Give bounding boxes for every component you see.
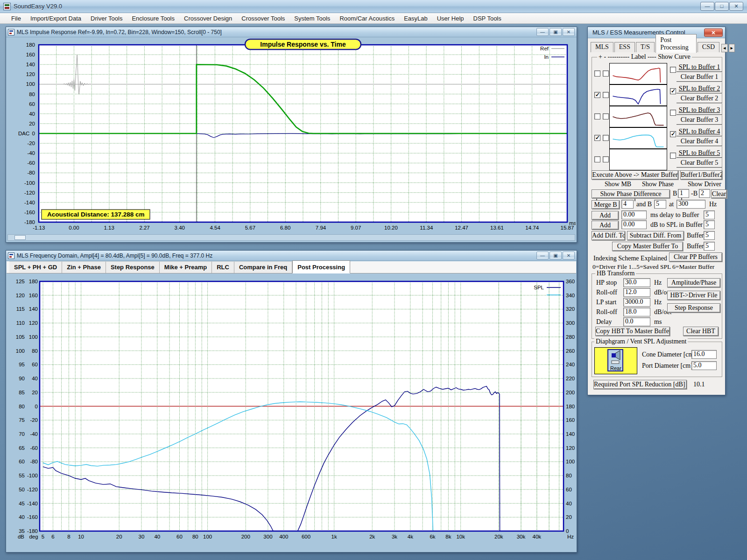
menu-crossover-design[interactable]: Crossover Design bbox=[179, 14, 237, 23]
copy-buffer-input[interactable]: 5 bbox=[704, 242, 715, 251]
panel-close-button[interactable]: ✕ bbox=[704, 28, 723, 37]
tab-scroll-left-icon[interactable]: ◄ bbox=[721, 44, 728, 52]
buffer-5-minus-checkbox[interactable] bbox=[603, 156, 609, 162]
buffer-3-plus-checkbox[interactable] bbox=[594, 113, 600, 119]
buffer1-buffer2-button[interactable]: Buffer1/Buffer2 bbox=[680, 170, 722, 180]
hb-row-5-input[interactable]: 0.0 bbox=[623, 317, 650, 326]
buffer-4-plus-checkbox[interactable] bbox=[594, 135, 600, 141]
buffer-4-minus-checkbox[interactable] bbox=[603, 135, 609, 141]
impulse-close-button[interactable]: ✕ bbox=[563, 28, 575, 36]
impulse-minimize-button[interactable]: — bbox=[536, 28, 549, 36]
hb-row-2-input[interactable]: 12.0 bbox=[623, 288, 650, 297]
freq-minimize-button[interactable]: — bbox=[536, 252, 549, 259]
tab-zin-phase[interactable]: Zin + Phase bbox=[62, 261, 106, 273]
menu-driver-tools[interactable]: Driver Tools bbox=[86, 14, 127, 23]
merge-b2-input[interactable]: 5 bbox=[654, 200, 666, 209]
freq-close-button[interactable]: ✕ bbox=[563, 252, 575, 259]
app-close-button[interactable]: ✕ bbox=[729, 2, 743, 11]
buffer-2-plus-checkbox[interactable] bbox=[594, 92, 600, 98]
buffer-3-show-checkbox[interactable] bbox=[670, 110, 676, 116]
add-delay-button[interactable]: Add bbox=[592, 211, 619, 220]
subtract-diff-from-button[interactable]: Subtract Diff. From bbox=[627, 231, 684, 240]
merge-b1-input[interactable]: 4 bbox=[621, 200, 634, 209]
panel-tab-post-processing[interactable]: Post Processing bbox=[655, 34, 697, 53]
clear-buffer-3-button[interactable]: Clear Buffer 3 bbox=[677, 116, 722, 125]
clear-buffer-5-button[interactable]: Clear Buffer 5 bbox=[677, 159, 722, 168]
menu-system-tools[interactable]: System Tools bbox=[289, 14, 335, 23]
impulse-response-chart[interactable]: 180160140120100806040200-20-40-60-80-100… bbox=[7, 38, 576, 234]
tab-compare-in-freq[interactable]: Compare in Freq bbox=[234, 261, 292, 273]
app-maximize-button[interactable]: □ bbox=[715, 2, 729, 11]
menu-crossover-tools[interactable]: Crossover Tools bbox=[237, 14, 289, 23]
clear-buffer-4-button[interactable]: Clear Buffer 4 bbox=[677, 138, 722, 146]
menu-enclosure-tools[interactable]: Enclosure Tools bbox=[127, 14, 179, 23]
spl-to-buffer-3-button[interactable]: SPL to Buffer 3 bbox=[677, 106, 722, 115]
add-db-buffer-input[interactable]: 5 bbox=[704, 220, 715, 229]
tab-spl-ph-gd[interactable]: SPL + PH + GD bbox=[9, 261, 62, 273]
speaker-rear-icon[interactable]: Rear bbox=[594, 347, 637, 374]
buffer-1-plus-checkbox[interactable] bbox=[594, 70, 600, 77]
buffer-2-show-checkbox[interactable] bbox=[670, 88, 676, 94]
buffer-4-show-checkbox[interactable] bbox=[670, 131, 676, 137]
impulse-hscrollbar[interactable] bbox=[7, 234, 575, 241]
spl-to-buffer-4-button[interactable]: SPL to Buffer 4 bbox=[677, 128, 722, 136]
buffer-1-show-checkbox[interactable] bbox=[670, 67, 676, 73]
tab-mike-preamp[interactable]: Mike + Preamp bbox=[160, 261, 212, 273]
show-phase-difference-button[interactable]: Show Phase Difference bbox=[592, 189, 670, 198]
required-port-spl-button[interactable]: Required Port SPL Reduction [dB] = bbox=[593, 380, 687, 389]
b-input[interactable]: 1 bbox=[678, 189, 689, 198]
minus-b-input[interactable]: 2 bbox=[699, 189, 710, 198]
buffer-5-show-checkbox[interactable] bbox=[670, 153, 676, 159]
freq-restore-button[interactable]: ▣ bbox=[550, 252, 562, 259]
impulse-window-titlebar[interactable]: MLS Impulse Response Ref=-9.99, In=0.72,… bbox=[6, 27, 577, 37]
clear-phase-button[interactable]: Clear bbox=[711, 189, 727, 198]
clear-pp-buffers-button[interactable]: Clear PP Buffers bbox=[669, 252, 722, 262]
menu-import-export[interactable]: Import/Export Data bbox=[26, 14, 86, 23]
panel-tab-mls[interactable]: MLS bbox=[591, 42, 613, 52]
tab-step-response[interactable]: Step Response bbox=[106, 261, 160, 273]
clear-hbt-button[interactable]: Clear HBT bbox=[683, 327, 719, 336]
panel-tab-ess[interactable]: ESS bbox=[614, 42, 635, 52]
cone-diameter-input[interactable]: 16.0 bbox=[691, 350, 717, 359]
add-delay-input[interactable]: 0.00 bbox=[621, 210, 647, 219]
impulse-restore-button[interactable]: ▣ bbox=[550, 28, 562, 36]
diff-buffer-input[interactable]: 5 bbox=[704, 231, 715, 240]
buffer-2-minus-checkbox[interactable] bbox=[603, 92, 609, 98]
tab-rlc[interactable]: RLC bbox=[212, 261, 234, 273]
copy-master-buffer-button[interactable]: Copy Master Buffer To bbox=[612, 242, 683, 251]
panel-tab-csd[interactable]: CSD bbox=[698, 42, 719, 52]
impulse-hscrollbar-thumb[interactable] bbox=[14, 235, 26, 240]
add-diff-to-button[interactable]: Add Diff. To bbox=[592, 231, 625, 240]
freq-window-titlebar[interactable]: MLS Frequency Domain, Ampl[4] = 80.4dB, … bbox=[6, 251, 577, 261]
clear-buffer-2-button[interactable]: Clear Buffer 2 bbox=[677, 95, 722, 103]
menu-file[interactable]: File bbox=[7, 14, 26, 23]
merge-freq-input[interactable]: 300 bbox=[677, 200, 705, 209]
menu-room-car-acoustics[interactable]: Room/Car Acoustics bbox=[335, 14, 399, 23]
add-delay-buffer-input[interactable]: 5 bbox=[704, 210, 715, 219]
tab-post-processing[interactable]: Post Processing bbox=[292, 260, 350, 273]
step-response-button[interactable]: Step Response bbox=[667, 303, 720, 313]
port-diameter-input[interactable]: 5.0 bbox=[691, 361, 717, 370]
buffer-3-minus-checkbox[interactable] bbox=[603, 113, 609, 119]
spl-to-buffer-5-button[interactable]: SPL to Buffer 5 bbox=[677, 149, 722, 158]
menu-user-help[interactable]: User Help bbox=[432, 14, 469, 23]
hb-row-3-input[interactable]: 3000.0 bbox=[623, 298, 650, 307]
execute-master-buffer-button[interactable]: Execute Above -> Master Buffer bbox=[592, 170, 678, 180]
clear-buffer-1-button[interactable]: Clear Buffer 1 bbox=[677, 73, 722, 82]
tab-scroll-right-icon[interactable]: ► bbox=[729, 44, 735, 52]
amplitude-phase-button[interactable]: Amplitude/Phase bbox=[667, 278, 720, 287]
app-minimize-button[interactable]: — bbox=[700, 2, 714, 11]
add-db-button[interactable]: Add bbox=[592, 221, 619, 230]
copy-hbt-button[interactable]: Copy HBT To Master Buffer bbox=[595, 327, 670, 336]
buffer-1-minus-checkbox[interactable] bbox=[603, 70, 609, 77]
hb-row-1-input[interactable]: 30.0 bbox=[623, 278, 650, 287]
hb-row-4-input[interactable]: 18.0 bbox=[623, 308, 650, 316]
buffer-5-plus-checkbox[interactable] bbox=[594, 156, 600, 162]
menu-easylab[interactable]: EasyLab bbox=[399, 14, 432, 23]
menu-dsp-tools[interactable]: DSP Tools bbox=[469, 14, 506, 23]
hbt-driver-file-button[interactable]: HBT->Driver File bbox=[667, 291, 720, 300]
add-db-input[interactable]: 0.00 bbox=[621, 220, 647, 229]
merge-b-button[interactable]: Merge B bbox=[592, 200, 620, 209]
spl-to-buffer-2-button[interactable]: SPL to Buffer 2 bbox=[677, 85, 722, 93]
frequency-domain-chart[interactable]: 1251801201601151401101201051001008095609… bbox=[7, 274, 576, 552]
